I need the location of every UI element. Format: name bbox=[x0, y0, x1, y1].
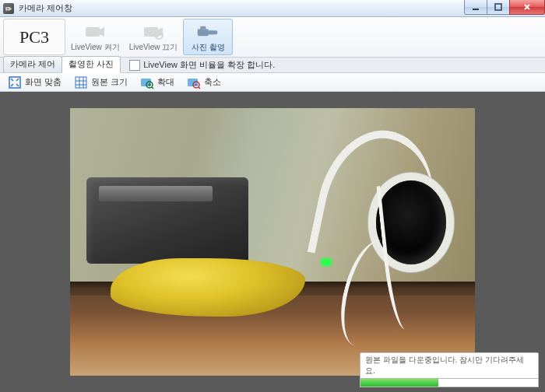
svg-point-13 bbox=[213, 30, 217, 34]
tab-captured-photo[interactable]: 촬영한 사진 bbox=[62, 56, 121, 73]
window-buttons bbox=[465, 0, 545, 14]
zoom-out-icon bbox=[187, 75, 201, 89]
close-button[interactable] bbox=[509, 0, 545, 15]
grid-icon bbox=[74, 75, 88, 89]
zoom-in-icon bbox=[140, 75, 154, 89]
svg-rect-14 bbox=[201, 26, 206, 29]
svg-rect-3 bbox=[473, 9, 479, 10]
svg-point-1 bbox=[7, 8, 9, 10]
tab-label: 카메라 제어 bbox=[10, 59, 55, 68]
zoom-in-button[interactable]: 확대 bbox=[137, 75, 178, 90]
expand-ratio-option: LiveView 화면 비율을 확장 합니다. bbox=[129, 58, 275, 72]
pc-indicator: PC3 bbox=[3, 19, 65, 55]
progress-bar bbox=[360, 379, 438, 387]
checkbox-label: LiveView 화면 비율을 확장 합니다. bbox=[143, 59, 275, 71]
svg-line-28 bbox=[199, 87, 200, 89]
ribbon-label: LiveView 켜기 bbox=[71, 42, 120, 53]
shoot-photo-button[interactable]: 사진 촬영 bbox=[183, 19, 233, 55]
camcorder-icon bbox=[196, 22, 220, 40]
title-bar: 카메라 제어창 bbox=[0, 0, 545, 17]
fit-icon bbox=[8, 75, 22, 89]
tabs-row: 카메라 제어 촬영한 사진 LiveView 화면 비율을 확장 합니다. bbox=[0, 58, 545, 73]
fit-screen-button[interactable]: 화면 맞춤 bbox=[5, 75, 65, 90]
tool-label: 원본 크기 bbox=[91, 76, 128, 88]
status-message: 원본 파일을 다운중입니다. 잠시만 기다려주세요. bbox=[360, 352, 539, 379]
tool-label: 축소 bbox=[204, 76, 221, 88]
liveview-off-button[interactable]: LiveView 끄기 bbox=[125, 19, 182, 55]
expand-ratio-checkbox[interactable] bbox=[129, 60, 140, 71]
minimize-button[interactable] bbox=[464, 0, 487, 15]
svg-rect-11 bbox=[198, 29, 209, 36]
camera-off-icon bbox=[142, 22, 165, 40]
camera-on-icon bbox=[83, 22, 107, 40]
view-toolbar: 화면 맞춤 원본 크기 확대 축소 bbox=[0, 73, 545, 92]
svg-line-23 bbox=[152, 87, 153, 89]
ribbon-label: 사진 촬영 bbox=[192, 42, 225, 53]
original-size-button[interactable]: 원본 크기 bbox=[71, 75, 131, 90]
tab-label: 촬영한 사진 bbox=[69, 59, 114, 68]
maximize-button[interactable] bbox=[487, 0, 510, 15]
svg-rect-16 bbox=[76, 77, 86, 88]
ribbon-toolbar: PC3 LiveView 켜기 LiveView 끄기 사진 촬영 bbox=[0, 17, 545, 58]
tab-camera-control[interactable]: 카메라 제어 bbox=[3, 56, 62, 72]
tool-label: 화면 맞춤 bbox=[25, 76, 62, 88]
progress-track bbox=[360, 379, 539, 387]
app-icon bbox=[3, 3, 14, 14]
svg-rect-12 bbox=[209, 30, 214, 34]
zoom-out-button[interactable]: 축소 bbox=[184, 75, 224, 90]
image-viewport: 원본 파일을 다운중입니다. 잠시만 기다려주세요. bbox=[0, 92, 545, 392]
svg-rect-5 bbox=[86, 27, 100, 37]
tool-label: 확대 bbox=[157, 76, 174, 88]
svg-marker-6 bbox=[100, 27, 104, 37]
window-title: 카메라 제어창 bbox=[19, 2, 72, 14]
svg-rect-4 bbox=[495, 4, 501, 10]
download-status: 원본 파일을 다운중입니다. 잠시만 기다려주세요. bbox=[360, 352, 539, 387]
pc-label: PC3 bbox=[19, 27, 49, 47]
liveview-on-button[interactable]: LiveView 켜기 bbox=[67, 19, 124, 55]
captured-photo[interactable] bbox=[70, 108, 475, 376]
ribbon-label: LiveView 끄기 bbox=[129, 42, 178, 53]
svg-rect-2 bbox=[10, 7, 12, 9]
